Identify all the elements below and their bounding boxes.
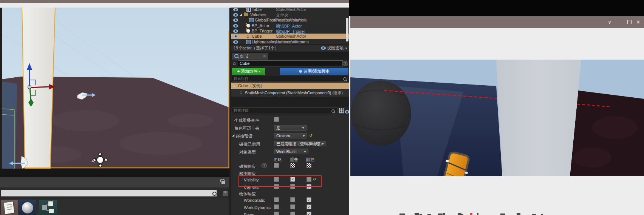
game-scene [350, 60, 644, 176]
chevron-down-icon: ▼ [302, 125, 305, 131]
reset-to-default-icon[interactable]: ↺ [309, 134, 312, 138]
visibility-eye-icon[interactable] [233, 18, 238, 22]
outliner-row-lightmassimportancevolume[interactable]: LightmassImportanceVolumeLightmassImport… [231, 39, 349, 45]
outliner-row-bp_actor[interactable]: BP_Actor编辑BP_Actor [231, 23, 349, 29]
visibility-eye-icon[interactable] [233, 13, 238, 17]
editor-3d-viewport[interactable] [2, 8, 229, 169]
chevron-down-icon: ▼ [303, 149, 307, 154]
cutoff-glyph [500, 213, 505, 215]
asset-search-input[interactable] [1, 190, 217, 197]
maximize-icon[interactable] [625, 18, 633, 26]
generate-overlap-events-label: 生成重叠事件 [234, 118, 259, 123]
close-icon[interactable]: ✕ [263, 53, 266, 60]
collision-preset-dropdown[interactable]: Custom...▼ [274, 133, 307, 138]
expander-icon[interactable]: ◢ [232, 134, 234, 137]
outliner-scrollbar[interactable] [346, 18, 348, 41]
asset-thumbnail-list[interactable] [1, 200, 18, 215]
asset-thumbnail-blueprint[interactable] [39, 200, 57, 215]
pawn-checkbox[interactable] [274, 212, 279, 215]
close-icon[interactable]: ✕ [634, 18, 642, 26]
minimize-icon[interactable]: − [615, 18, 624, 26]
edit-blueprint-link[interactable]: 编辑BP_Trigger [276, 29, 305, 34]
pawn-checkbox[interactable] [290, 212, 295, 215]
collision-column-header: 重叠 [290, 157, 298, 163]
house-icon: ⌂ [233, 60, 236, 66]
can-step-up-dropdown[interactable]: 是▼ [274, 125, 307, 131]
search-icon [331, 109, 335, 113]
game-preview-window: ∨ − ✕ [349, 16, 644, 215]
worlddynamic-checkbox[interactable] [274, 204, 279, 209]
visibility-eye-icon[interactable] [233, 35, 238, 38]
actor-name-field[interactable] [238, 60, 343, 66]
editor-side-panel: TableStaticMeshActor◢Volumes文件夹GlobalPos… [231, 8, 349, 215]
search-components-input[interactable] [232, 76, 347, 81]
collision-responses-checkbox[interactable] [274, 163, 279, 168]
cutoff-glyph [477, 213, 478, 215]
object-type-dropdown[interactable]: WorldStatic▼ [274, 149, 308, 154]
house-icon: ⌂ [246, 34, 249, 39]
gizmo-center[interactable] [28, 86, 31, 89]
collision-responses-checkbox[interactable] [307, 163, 311, 168]
add-component-button[interactable]: + 添加组件 ▾ [232, 68, 265, 75]
help-icon[interactable]: ? [343, 61, 348, 66]
side-wall[interactable] [2, 81, 17, 169]
note-icon [4, 201, 14, 214]
save-search-icon[interactable] [223, 191, 228, 196]
folder-icon [244, 13, 248, 16]
visibility-eye-icon[interactable] [233, 24, 238, 28]
worldstatic-checkbox[interactable] [290, 197, 295, 202]
collision-responses-checkbox[interactable] [290, 163, 295, 168]
editor-titlebar[interactable] [0, 0, 349, 3]
worlddynamic-checkbox[interactable]: ✓ [307, 204, 311, 209]
generate-overlap-checkbox[interactable] [274, 117, 279, 122]
outliner-status-bar: 19个actor（选择了1个） 视图选项 ▼ [231, 45, 349, 51]
outliner-row-volumes[interactable]: ◢Volumes文件夹 [231, 12, 349, 18]
help-icon[interactable]: ? [262, 163, 267, 168]
outliner-row-globalpostprocessvolume[interactable]: GlobalPostProcessVolumePostProcessVolu [231, 17, 349, 23]
collision-responses-label: 碰撞响应 [239, 164, 256, 169]
details-tab-icon [234, 54, 238, 58]
cutoff-glyph [443, 213, 445, 215]
visibility-eye-icon[interactable] [233, 29, 238, 33]
outliner-row-cube[interactable]: ⌂CubeStaticMeshActor [231, 34, 349, 39]
can-step-up-label: 角色可迈上去 [234, 126, 259, 131]
outliner-item-label: Cube [252, 34, 262, 38]
lock-icon[interactable] [221, 181, 225, 184]
view-options-button[interactable]: 视图选项 ▼ [321, 45, 348, 51]
gizmo-axis-x[interactable] [29, 87, 50, 88]
sphere-icon [246, 29, 250, 33]
tab-details[interactable]: 细节 ✕ [232, 53, 268, 60]
screen: { "left_window": { "outliner": { "rows":… [0, 0, 644, 215]
collision-enabled-label: 碰撞已启用 [239, 141, 260, 147]
worldstatic-checkbox[interactable]: ✓ [307, 197, 311, 202]
sphere-icon [22, 202, 33, 213]
chevron-down-icon[interactable]: ∨ [605, 18, 614, 26]
content-browser-path-bar [0, 177, 229, 188]
blueprint-add-script-button[interactable]: ⚙ 蓝图/添加脚本 [280, 68, 348, 75]
pawn-checkbox[interactable]: ✓ [307, 212, 311, 215]
search-details-input[interactable] [232, 108, 337, 113]
asset-thumbnail-material[interactable] [19, 200, 36, 215]
visibility-eye-icon[interactable] [233, 40, 238, 44]
property-matrix-icon[interactable] [339, 108, 344, 114]
edit-blueprint-link[interactable]: 编辑BP_Actor [276, 23, 302, 29]
collision-enabled-dropdown[interactable]: 已启用碰撞（查询和物理）▼ [274, 141, 326, 146]
volume-icon [249, 18, 254, 22]
game-viewport[interactable] [350, 60, 644, 176]
expander-icon[interactable]: ◢ [240, 13, 242, 16]
collision-column-header: 忽略 [274, 157, 282, 163]
visibility-eye-icon[interactable] [233, 8, 238, 11]
worldstatic-checkbox[interactable] [274, 197, 279, 202]
outliner-row-bp_trigger[interactable]: BP_Trigger编辑BP_Trigger [231, 28, 349, 34]
view-options-label: 视图选项 [327, 46, 344, 50]
actor-name-row: ⌂ ? [231, 60, 349, 67]
component-tree-root[interactable]: ⌂ Cube（实例） [231, 83, 349, 89]
worlddynamic-checkbox[interactable] [290, 204, 295, 209]
eye-icon [321, 46, 326, 50]
cutoff-glyph [470, 213, 472, 215]
static-mesh-component-row[interactable]: ⌂ StaticMeshComponent (StaticMeshCompone… [231, 89, 349, 97]
editor-scene [2, 8, 229, 169]
content-browser [0, 169, 229, 215]
cutoff-glyph [458, 213, 461, 215]
game-window-titlebar[interactable]: ∨ − ✕ [350, 16, 644, 28]
